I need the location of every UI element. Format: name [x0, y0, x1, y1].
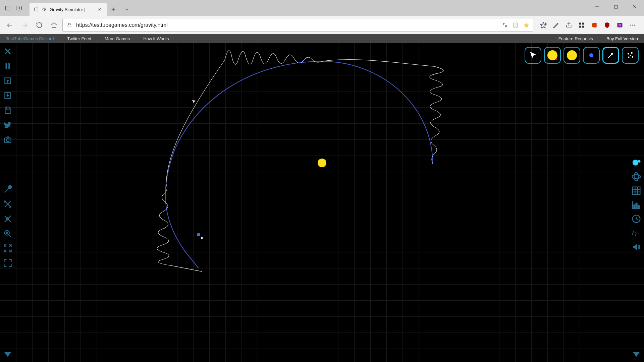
pause-icon[interactable]: [2, 60, 13, 72]
add-body-icon[interactable]: [2, 184, 13, 195]
orbiting-planet[interactable]: [197, 233, 200, 236]
left-toolbar-top: [2, 46, 13, 145]
svg-rect-66: [636, 203, 637, 208]
tool-star[interactable]: [564, 47, 580, 64]
home-button[interactable]: [48, 19, 60, 32]
forward-button[interactable]: [18, 19, 31, 32]
new-tab-button[interactable]: [107, 3, 120, 16]
svg-rect-19: [579, 22, 581, 24]
collision-off-icon[interactable]: [2, 213, 13, 225]
svg-text:N: N: [619, 23, 621, 27]
tab-title: Gravity Simulator |: [50, 7, 94, 12]
save-icon[interactable]: [2, 105, 13, 116]
url-field-wrapper: [62, 19, 533, 32]
onenote-icon[interactable]: N: [616, 21, 624, 29]
camera-icon[interactable]: [2, 134, 13, 145]
load-icon[interactable]: [2, 75, 13, 86]
twitter-icon[interactable]: [2, 119, 13, 131]
sound-panel-icon[interactable]: [631, 241, 642, 253]
svg-marker-75: [633, 352, 640, 357]
refresh-button[interactable]: [33, 19, 46, 32]
address-bar: N: [0, 16, 644, 34]
svg-rect-42: [6, 107, 9, 109]
collapse-icon[interactable]: [2, 243, 13, 254]
svg-rect-22: [582, 25, 584, 27]
svg-point-45: [8, 185, 11, 188]
site-topnav: TestTubeGames Discord Twitter Feed More …: [0, 34, 644, 43]
favorites-hub-icon[interactable]: [539, 21, 547, 29]
grid-panel-icon[interactable]: [631, 185, 642, 196]
tab-strip: Gravity Simulator |: [30, 3, 133, 16]
window-controls: [588, 0, 644, 13]
tool-fixed-star[interactable]: [544, 47, 561, 64]
lock-icon[interactable]: [65, 22, 73, 28]
reading-view-icon[interactable]: [512, 22, 520, 28]
nav-more-games[interactable]: More Games: [105, 36, 130, 41]
graph-panel-icon[interactable]: [631, 199, 642, 210]
svg-rect-74: [638, 245, 640, 249]
tool-palette: [525, 47, 639, 64]
tool-planet[interactable]: [583, 47, 600, 64]
share-icon[interactable]: [565, 21, 573, 29]
browser-tab[interactable]: Gravity Simulator |: [30, 3, 107, 16]
svg-rect-9: [614, 5, 617, 8]
bodies-panel-icon[interactable]: [631, 157, 642, 168]
ublock-icon[interactable]: [603, 21, 611, 29]
tab-actions-left: [0, 0, 27, 16]
simulation-canvas[interactable]: ➤: [0, 43, 644, 362]
expand-icon[interactable]: [2, 257, 13, 269]
translate-icon[interactable]: [501, 22, 509, 28]
export-icon[interactable]: [2, 90, 13, 101]
crossing-icon[interactable]: [2, 198, 13, 210]
clock-panel-icon[interactable]: [631, 213, 642, 225]
axis-vertical: [322, 43, 322, 362]
menu-dots-icon[interactable]: [629, 21, 637, 29]
svg-point-31: [632, 56, 634, 58]
tabs-dropdown-icon[interactable]: [120, 3, 133, 16]
window-close-button[interactable]: [625, 0, 644, 13]
office-icon[interactable]: [590, 21, 598, 29]
zoom-reset-icon[interactable]: [2, 228, 13, 239]
tab-aside-icon[interactable]: [2, 2, 13, 14]
dropdown-right-icon[interactable]: [631, 349, 642, 360]
left-toolbar-mid: [2, 184, 13, 269]
right-toolbar: ???: [631, 157, 642, 253]
help-panel-icon[interactable]: ???: [631, 227, 642, 239]
page-icon: [34, 7, 39, 12]
clear-icon[interactable]: [2, 46, 13, 57]
extension-grid-icon[interactable]: [578, 21, 586, 29]
tool-launch[interactable]: [602, 47, 619, 64]
tool-cluster[interactable]: [622, 47, 639, 64]
nav-how-it-works[interactable]: How it Works: [143, 36, 169, 41]
nav-feature-requests[interactable]: Feature Requests: [558, 36, 593, 41]
svg-point-63: [632, 175, 641, 179]
svg-rect-65: [634, 205, 635, 208]
orbiting-moon[interactable]: [201, 237, 203, 239]
tool-cursor[interactable]: [525, 47, 541, 64]
favorite-star-icon[interactable]: [522, 22, 530, 28]
minimize-button[interactable]: [588, 0, 606, 13]
nav-discord[interactable]: TestTubeGames Discord: [6, 36, 54, 41]
tab-close-icon[interactable]: [97, 7, 103, 11]
svg-marker-15: [524, 22, 529, 27]
back-button[interactable]: [3, 19, 16, 32]
svg-rect-14: [68, 25, 71, 27]
page-viewport: TestTubeGames Discord Twitter Feed More …: [0, 34, 644, 362]
svg-point-61: [633, 160, 639, 166]
tab-set-aside-icon[interactable]: [13, 2, 25, 14]
svg-marker-60: [4, 352, 11, 357]
maximize-button[interactable]: [606, 0, 625, 13]
url-input[interactable]: [76, 22, 498, 28]
right-toolbar-bottom: [631, 349, 642, 360]
nav-buy-full[interactable]: Buy Full Version: [606, 36, 638, 41]
svg-point-33: [630, 55, 631, 56]
notes-icon[interactable]: [552, 21, 560, 29]
dropdown-left-icon[interactable]: [2, 349, 13, 360]
svg-line-28: [608, 53, 613, 58]
browser-titlebar: Gravity Simulator |: [0, 0, 644, 16]
nav-twitter[interactable]: Twitter Feed: [67, 36, 92, 41]
svg-rect-36: [6, 63, 7, 69]
audio-icon[interactable]: [42, 7, 47, 12]
orbit-panel-icon[interactable]: [631, 171, 642, 182]
central-star[interactable]: [318, 159, 326, 167]
